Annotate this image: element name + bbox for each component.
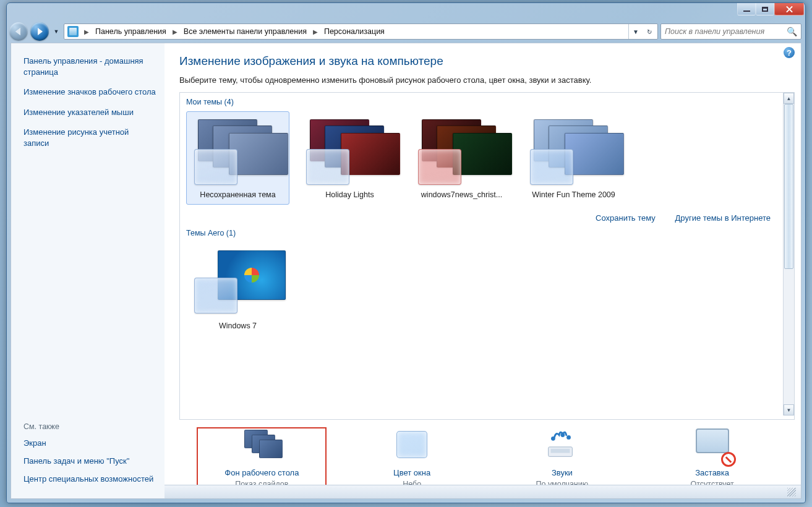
sounds-item[interactable]: Звуки По умолчанию: [497, 428, 627, 491]
theme-item[interactable]: Holiday Lights: [298, 111, 401, 205]
window-color-title[interactable]: Цвет окна: [393, 468, 430, 477]
page-title: Изменение изображения и звука на компьют…: [179, 54, 795, 68]
sounds-title[interactable]: Звуки: [552, 468, 573, 477]
breadcrumb-sep-icon: ▶: [309, 28, 322, 35]
breadcrumb-sep-icon: ▶: [80, 28, 93, 35]
see-also-ease-of-access[interactable]: Центр специальных возможностей: [24, 474, 156, 484]
svg-point-0: [551, 437, 555, 441]
breadcrumb-part[interactable]: Все элементы панели управления: [181, 27, 309, 36]
screensaver-title[interactable]: Заставка: [695, 468, 729, 477]
svg-rect-4: [550, 449, 570, 453]
aero-themes-row: Windows 7: [185, 242, 778, 336]
window-color-item[interactable]: Цвет окна Небо: [347, 428, 477, 491]
online-themes-link[interactable]: Другие темы в Интернете: [675, 213, 771, 223]
screensaver-item[interactable]: Заставка Отсутствует: [647, 428, 777, 491]
theme-name: Holiday Lights: [325, 190, 374, 200]
nav-back-button[interactable]: [9, 22, 28, 41]
scroll-up-button[interactable]: ▲: [784, 93, 794, 104]
see-also-display[interactable]: Экран: [24, 438, 156, 448]
see-also-taskbar[interactable]: Панель задач и меню "Пуск": [24, 456, 156, 466]
section-aero-label: Темы Aero (1): [185, 226, 778, 242]
main-panel: ? Изменение изображения и звука на компь…: [165, 43, 801, 498]
resize-grip-icon[interactable]: [787, 488, 796, 496]
desktop-background-title[interactable]: Фон рабочего стола: [224, 468, 299, 477]
nav-forward-button[interactable]: [30, 22, 49, 41]
help-icon[interactable]: ?: [784, 47, 795, 58]
scroll-thumb[interactable]: [784, 104, 793, 269]
search-placeholder: Поиск в панели управления: [665, 27, 764, 36]
theme-name: Windows 7: [219, 322, 257, 331]
desktop-background-item[interactable]: Фон рабочего стола Показ слайдов: [197, 427, 327, 491]
scroll-down-button[interactable]: ▼: [784, 404, 794, 415]
wallpaper-icon: [242, 428, 281, 463]
theme-item[interactable]: Windows 7: [186, 242, 289, 336]
my-themes-row: Несохраненная тема Holiday Lights: [185, 111, 778, 205]
disabled-icon: [721, 452, 736, 467]
window-color-icon: [392, 428, 432, 463]
minimize-button[interactable]: [737, 3, 756, 15]
theme-name: windows7news_christ...: [421, 190, 502, 200]
maximize-button[interactable]: [756, 3, 774, 15]
titlebar: [7, 3, 805, 20]
breadcrumb-part[interactable]: Персонализация: [322, 27, 387, 36]
content-area: Панель управления - домашняя страница Из…: [11, 43, 801, 499]
theme-name: Winter Fun Theme 2009: [532, 190, 615, 200]
theme-item[interactable]: Winter Fun Theme 2009: [522, 111, 625, 205]
svg-point-2: [566, 435, 571, 440]
save-theme-link[interactable]: Сохранить тему: [596, 213, 656, 223]
address-dropdown-button[interactable]: ▼: [629, 24, 643, 39]
see-also-label: См. также: [24, 422, 156, 431]
breadcrumb-part[interactable]: Панель управления: [93, 27, 169, 36]
sidebar: Панель управления - домашняя страница Из…: [11, 43, 165, 498]
sidebar-home-link[interactable]: Панель управления - домашняя страница: [24, 56, 156, 78]
sounds-icon: [542, 428, 582, 463]
theme-item[interactable]: windows7news_christ...: [410, 111, 513, 205]
close-button[interactable]: [774, 3, 804, 15]
nav-toolbar: ▼ ▶ Панель управления ▶ Все элементы пан…: [7, 20, 805, 43]
control-panel-icon: [67, 26, 79, 37]
address-bar[interactable]: ▶ Панель управления ▶ Все элементы панел…: [64, 23, 658, 40]
theme-name: Несохраненная тема: [200, 190, 275, 200]
scroll-track[interactable]: [784, 104, 794, 404]
breadcrumb-sep-icon: ▶: [169, 28, 181, 35]
sidebar-link-account-picture[interactable]: Изменение рисунка учетной записи: [24, 127, 156, 149]
bottom-settings-row: Фон рабочего стола Показ слайдов Цвет ок…: [179, 420, 795, 495]
section-my-themes-label: Мои темы (4): [185, 95, 778, 111]
theme-action-links: Сохранить тему Другие темы в Интернете: [185, 205, 778, 226]
search-input[interactable]: Поиск в панели управления 🔍: [660, 23, 801, 40]
page-subtitle: Выберите тему, чтобы одновременно измени…: [179, 75, 795, 85]
themes-scrollframe: Мои темы (4) Несохраненная тема: [179, 92, 795, 420]
theme-item[interactable]: Несохраненная тема: [186, 111, 289, 205]
svg-point-1: [560, 433, 565, 437]
screensaver-icon: [693, 428, 732, 463]
personalization-window: ▼ ▶ Панель управления ▶ Все элементы пан…: [6, 2, 806, 503]
address-refresh-button[interactable]: ↻: [643, 24, 656, 39]
vertical-scrollbar[interactable]: ▲ ▼: [783, 93, 794, 415]
search-icon[interactable]: 🔍: [787, 27, 797, 36]
statusbar: [165, 485, 801, 498]
sidebar-link-mouse-pointers[interactable]: Изменение указателей мыши: [24, 107, 156, 118]
sidebar-link-desktop-icons[interactable]: Изменение значков рабочего стола: [24, 87, 156, 98]
nav-history-dropdown[interactable]: ▼: [51, 28, 61, 35]
